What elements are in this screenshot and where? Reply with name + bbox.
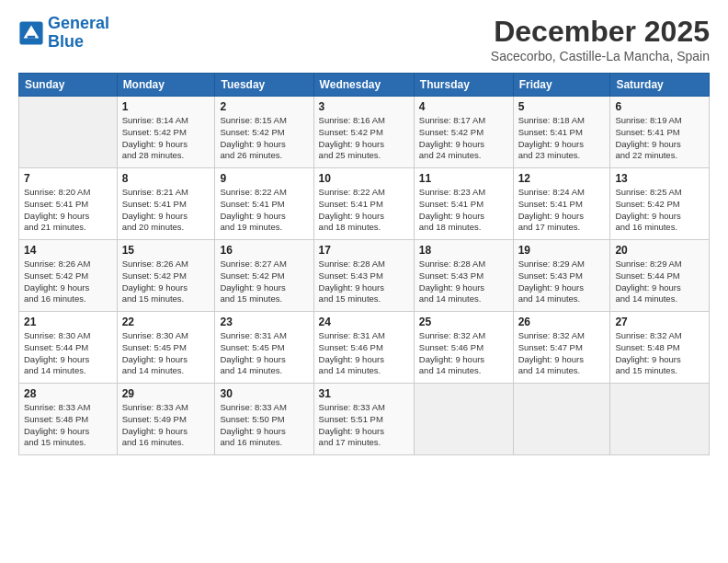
calendar-cell: 29Sunrise: 8:33 AM Sunset: 5:49 PM Dayli… [117, 384, 215, 455]
calendar-cell: 28Sunrise: 8:33 AM Sunset: 5:48 PM Dayli… [19, 384, 118, 455]
day-info: Sunrise: 8:17 AM Sunset: 5:42 PM Dayligh… [419, 115, 508, 162]
day-number: 26 [518, 316, 606, 328]
day-info: Sunrise: 8:24 AM Sunset: 5:41 PM Dayligh… [518, 187, 606, 234]
day-number: 11 [419, 172, 508, 185]
calendar-cell: 4Sunrise: 8:17 AM Sunset: 5:42 PM Daylig… [414, 97, 513, 168]
header-friday: Friday [513, 74, 610, 97]
calendar-cell: 31Sunrise: 8:33 AM Sunset: 5:51 PM Dayli… [313, 384, 414, 455]
day-info: Sunrise: 8:28 AM Sunset: 5:43 PM Dayligh… [319, 259, 409, 305]
day-number: 3 [319, 100, 409, 113]
day-number: 12 [518, 172, 606, 185]
day-number: 8 [122, 172, 210, 185]
day-number: 15 [122, 244, 210, 257]
calendar-cell: 13Sunrise: 8:25 AM Sunset: 5:42 PM Dayli… [610, 168, 710, 240]
title-section: December 2025 Sacecorbo, Castille-La Man… [491, 15, 710, 63]
day-info: Sunrise: 8:33 AM Sunset: 5:51 PM Dayligh… [319, 402, 409, 449]
calendar-cell: 15Sunrise: 8:26 AM Sunset: 5:42 PM Dayli… [117, 240, 215, 312]
logo-text: General Blue [48, 15, 109, 52]
calendar-body: 1Sunrise: 8:14 AM Sunset: 5:42 PM Daylig… [19, 97, 710, 455]
logo-blue: Blue [48, 32, 84, 51]
header-row: Sunday Monday Tuesday Wednesday Thursday… [19, 74, 710, 97]
day-number: 5 [518, 100, 606, 113]
calendar-week-3: 14Sunrise: 8:26 AM Sunset: 5:42 PM Dayli… [19, 240, 710, 312]
day-info: Sunrise: 8:29 AM Sunset: 5:44 PM Dayligh… [615, 259, 704, 305]
calendar-cell: 9Sunrise: 8:22 AM Sunset: 5:41 PM Daylig… [215, 168, 313, 240]
day-number: 20 [615, 244, 704, 257]
day-number: 27 [615, 316, 704, 328]
day-number: 23 [220, 316, 308, 328]
header-saturday: Saturday [610, 74, 710, 97]
calendar-cell: 3Sunrise: 8:16 AM Sunset: 5:42 PM Daylig… [313, 97, 414, 168]
day-info: Sunrise: 8:22 AM Sunset: 5:41 PM Dayligh… [220, 187, 308, 234]
calendar-cell: 19Sunrise: 8:29 AM Sunset: 5:43 PM Dayli… [513, 240, 610, 312]
calendar-cell: 30Sunrise: 8:33 AM Sunset: 5:50 PM Dayli… [215, 384, 313, 455]
logo: General Blue [18, 15, 109, 52]
calendar-cell: 23Sunrise: 8:31 AM Sunset: 5:45 PM Dayli… [215, 312, 313, 384]
calendar-cell: 11Sunrise: 8:23 AM Sunset: 5:41 PM Dayli… [414, 168, 513, 240]
day-info: Sunrise: 8:16 AM Sunset: 5:42 PM Dayligh… [319, 115, 409, 162]
month-title: December 2025 [491, 15, 710, 49]
day-info: Sunrise: 8:19 AM Sunset: 5:41 PM Dayligh… [615, 115, 704, 162]
calendar-week-5: 28Sunrise: 8:33 AM Sunset: 5:48 PM Dayli… [19, 384, 710, 455]
day-info: Sunrise: 8:32 AM Sunset: 5:48 PM Dayligh… [615, 330, 704, 377]
header-thursday: Thursday [414, 74, 513, 97]
page: General Blue December 2025 Sacecorbo, Ca… [0, 0, 728, 563]
header-tuesday: Tuesday [215, 74, 313, 97]
day-number: 21 [24, 316, 112, 328]
calendar-week-2: 7Sunrise: 8:20 AM Sunset: 5:41 PM Daylig… [19, 168, 710, 240]
day-number: 29 [122, 387, 210, 400]
location: Sacecorbo, Castille-La Mancha, Spain [491, 49, 710, 63]
day-info: Sunrise: 8:15 AM Sunset: 5:42 PM Dayligh… [220, 115, 308, 162]
calendar-cell: 20Sunrise: 8:29 AM Sunset: 5:44 PM Dayli… [610, 240, 710, 312]
calendar-cell: 1Sunrise: 8:14 AM Sunset: 5:42 PM Daylig… [117, 97, 215, 168]
calendar-week-1: 1Sunrise: 8:14 AM Sunset: 5:42 PM Daylig… [19, 97, 710, 168]
calendar-cell: 27Sunrise: 8:32 AM Sunset: 5:48 PM Dayli… [610, 312, 710, 384]
calendar-cell: 7Sunrise: 8:20 AM Sunset: 5:41 PM Daylig… [19, 168, 118, 240]
calendar-cell [513, 384, 610, 455]
day-info: Sunrise: 8:32 AM Sunset: 5:47 PM Dayligh… [518, 330, 606, 377]
svg-rect-2 [28, 36, 35, 39]
day-info: Sunrise: 8:25 AM Sunset: 5:42 PM Dayligh… [615, 187, 704, 234]
day-info: Sunrise: 8:14 AM Sunset: 5:42 PM Dayligh… [122, 115, 210, 162]
day-number: 22 [122, 316, 210, 328]
header-monday: Monday [117, 74, 215, 97]
day-number: 7 [24, 172, 112, 185]
day-number: 10 [319, 172, 409, 185]
day-number: 25 [419, 316, 508, 328]
day-number: 18 [419, 244, 508, 257]
calendar-cell [610, 384, 710, 455]
day-info: Sunrise: 8:33 AM Sunset: 5:49 PM Dayligh… [122, 402, 210, 449]
day-info: Sunrise: 8:20 AM Sunset: 5:41 PM Dayligh… [24, 187, 112, 234]
day-info: Sunrise: 8:29 AM Sunset: 5:43 PM Dayligh… [518, 259, 606, 305]
calendar-cell: 16Sunrise: 8:27 AM Sunset: 5:42 PM Dayli… [215, 240, 313, 312]
logo-icon [18, 20, 44, 46]
day-info: Sunrise: 8:22 AM Sunset: 5:41 PM Dayligh… [319, 187, 409, 234]
day-number: 1 [122, 100, 210, 113]
day-number: 16 [220, 244, 308, 257]
calendar-cell [414, 384, 513, 455]
day-info: Sunrise: 8:31 AM Sunset: 5:45 PM Dayligh… [220, 330, 308, 377]
day-number: 14 [24, 244, 112, 257]
day-info: Sunrise: 8:18 AM Sunset: 5:41 PM Dayligh… [518, 115, 606, 162]
calendar-cell: 24Sunrise: 8:31 AM Sunset: 5:46 PM Dayli… [313, 312, 414, 384]
header: General Blue December 2025 Sacecorbo, Ca… [18, 15, 710, 63]
calendar-header: Sunday Monday Tuesday Wednesday Thursday… [19, 74, 710, 97]
day-number: 2 [220, 100, 308, 113]
header-wednesday: Wednesday [313, 74, 414, 97]
day-info: Sunrise: 8:27 AM Sunset: 5:42 PM Dayligh… [220, 259, 308, 305]
calendar-cell: 8Sunrise: 8:21 AM Sunset: 5:41 PM Daylig… [117, 168, 215, 240]
calendar-cell: 17Sunrise: 8:28 AM Sunset: 5:43 PM Dayli… [313, 240, 414, 312]
calendar-cell: 2Sunrise: 8:15 AM Sunset: 5:42 PM Daylig… [215, 97, 313, 168]
day-number: 24 [319, 316, 409, 328]
calendar-cell: 21Sunrise: 8:30 AM Sunset: 5:44 PM Dayli… [19, 312, 118, 384]
calendar-cell: 26Sunrise: 8:32 AM Sunset: 5:47 PM Dayli… [513, 312, 610, 384]
day-info: Sunrise: 8:30 AM Sunset: 5:44 PM Dayligh… [24, 330, 112, 377]
calendar-cell: 5Sunrise: 8:18 AM Sunset: 5:41 PM Daylig… [513, 97, 610, 168]
day-number: 19 [518, 244, 606, 257]
day-info: Sunrise: 8:26 AM Sunset: 5:42 PM Dayligh… [122, 259, 210, 305]
day-number: 13 [615, 172, 704, 185]
day-number: 31 [319, 387, 409, 400]
day-info: Sunrise: 8:30 AM Sunset: 5:45 PM Dayligh… [122, 330, 210, 377]
day-number: 9 [220, 172, 308, 185]
day-info: Sunrise: 8:21 AM Sunset: 5:41 PM Dayligh… [122, 187, 210, 234]
